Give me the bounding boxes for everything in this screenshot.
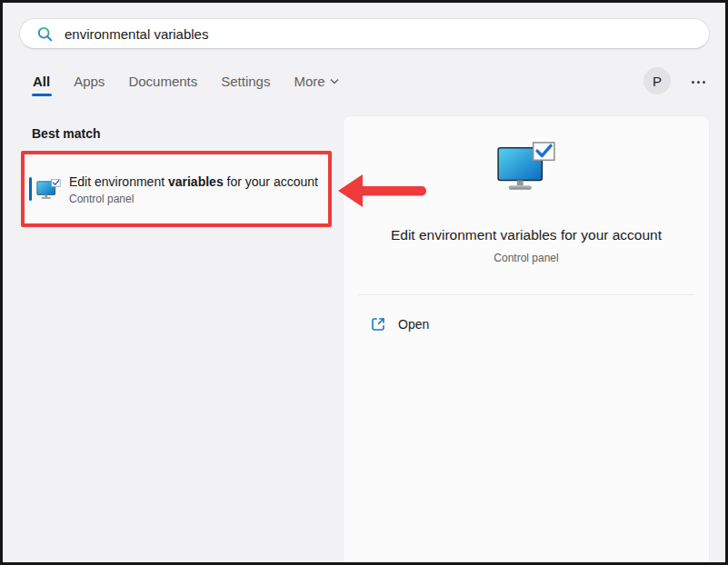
result-title: Edit environment variables for your acco…: [69, 173, 322, 191]
preview-subtitle: Control panel: [344, 252, 709, 264]
tab-settings[interactable]: Settings: [221, 74, 270, 96]
monitor-check-icon: [36, 179, 61, 200]
tab-apps[interactable]: Apps: [74, 74, 105, 96]
active-tab-underline: [32, 94, 52, 96]
tab-all[interactable]: All: [33, 74, 50, 96]
preview-title: Edit environment variables for your acco…: [344, 227, 709, 243]
result-subtitle: Control panel: [69, 193, 322, 205]
windows-search-flyout: All Apps Documents Settings More P Best …: [0, 0, 728, 565]
search-filter-tabs: All Apps Documents Settings More: [33, 74, 339, 96]
search-bar: [19, 18, 710, 49]
search-icon: [36, 25, 54, 43]
chevron-down-icon: [330, 78, 339, 84]
more-options-icon[interactable]: [684, 74, 712, 90]
user-avatar[interactable]: P: [643, 67, 671, 94]
selection-accent-bar: [29, 177, 32, 201]
search-input[interactable]: [63, 19, 709, 48]
tab-more[interactable]: More: [294, 74, 338, 96]
best-match-heading: Best match: [32, 126, 100, 141]
annotation-highlight-box: Edit environment variables for your acco…: [21, 151, 332, 227]
annotation-arrow: [335, 172, 432, 210]
open-external-icon: [370, 316, 386, 332]
divider: [358, 294, 694, 295]
open-action[interactable]: Open: [358, 307, 694, 342]
tab-documents[interactable]: Documents: [128, 74, 197, 96]
open-label: Open: [398, 317, 429, 332]
best-match-result[interactable]: Edit environment variables for your acco…: [25, 154, 328, 223]
